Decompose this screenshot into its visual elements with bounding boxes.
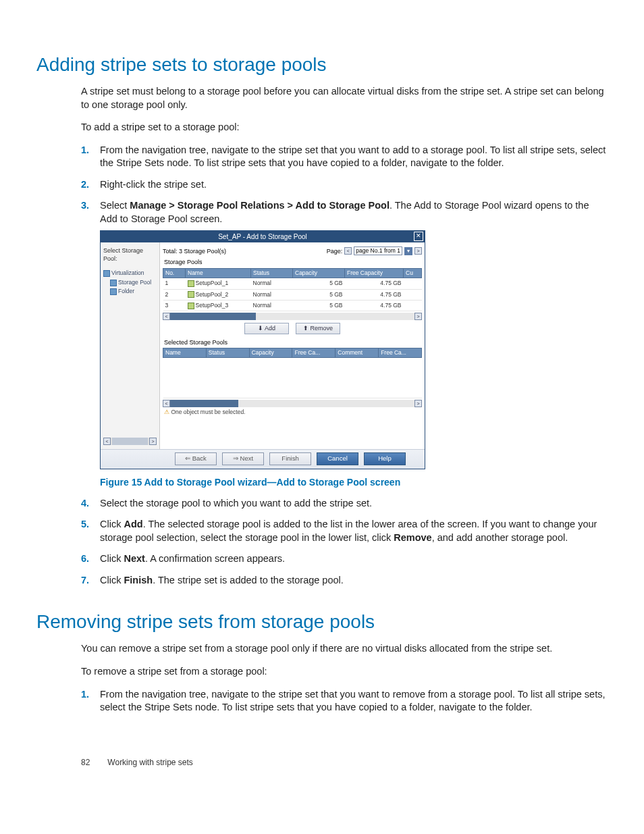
dropdown-icon[interactable]: ▾ <box>404 247 412 255</box>
page-next-icon[interactable]: > <box>414 247 422 255</box>
col2-free2[interactable]: Free Ca... <box>379 348 422 357</box>
table-row[interactable]: 2 SetupPool_2 Normal 5 GB 4.75 GB <box>163 289 422 300</box>
remove-button[interactable]: ⬆ Remove <box>296 323 340 334</box>
pool-icon <box>188 303 194 309</box>
back-button[interactable]: ⇐ Back <box>175 452 217 465</box>
step3-head: Select <box>100 200 130 211</box>
step-7: Click Finish. The stripe set is added to… <box>100 574 608 588</box>
scroll-left-icon[interactable]: < <box>163 313 170 320</box>
step3-bold: Manage > Storage Pool Relations > Add to… <box>130 200 390 211</box>
pool-icon <box>188 291 194 298</box>
scroll-left-icon[interactable]: < <box>103 438 111 445</box>
pager: Page: < page No.1 from 1 ▾ > <box>327 246 422 255</box>
steps-removing: From the navigation tree, navigate to th… <box>81 688 608 714</box>
step-2: Right-click the stripe set. <box>100 178 608 192</box>
step-4: Select the storage pool to which you wan… <box>100 497 608 511</box>
scroll-right-icon[interactable]: > <box>414 313 422 320</box>
pool-icon <box>188 280 194 287</box>
page-prev-icon[interactable]: < <box>344 247 352 255</box>
table2-label: Selected Storage Pools <box>164 338 422 346</box>
table1-scrollbar[interactable]: < > <box>163 313 422 320</box>
pool-total: Total: 3 Storage Pool(s) <box>163 247 226 255</box>
storage-pools-table: No. Name Status Capacity Free Capacity C… <box>163 268 422 312</box>
wizard-titlebar: Set_AP - Add to Storage Pool ✕ <box>101 231 425 243</box>
table-row[interactable]: 3 SetupPool_3 Normal 5 GB 4.75 GB <box>163 301 422 311</box>
chapter-title: Working with stripe sets <box>107 758 193 767</box>
table1-label: Storage Pools <box>164 258 422 266</box>
col-no[interactable]: No. <box>163 268 186 278</box>
step-1: From the navigation tree, navigate to th… <box>100 144 608 170</box>
step-3: Select Manage > Storage Pool Relations >… <box>100 199 608 488</box>
col2-comment[interactable]: Comment <box>336 348 379 357</box>
col2-name[interactable]: Name <box>163 348 207 357</box>
selected-pools-table: Name Status Capacity Free Ca... Comment … <box>163 348 422 398</box>
page-select[interactable]: page No.1 from 1 <box>354 246 402 255</box>
col-cu[interactable]: Cu <box>404 268 422 278</box>
wizard-footer: ⇐ Back ⇒ Next Finish Cancel Help <box>101 449 425 469</box>
warning-message: One object must be selected. <box>163 407 422 419</box>
table2-scrollbar[interactable]: < > <box>163 400 422 407</box>
add-button[interactable]: ⬇ Add <box>244 323 289 334</box>
left-header: Select Storage Pool: <box>103 246 157 263</box>
tree-icon <box>110 288 117 295</box>
para-remove1: You can remove a stripe set from a stora… <box>81 642 608 656</box>
steps-adding: From the navigation tree, navigate to th… <box>81 144 608 588</box>
tree-virtualization[interactable]: Virtualization <box>103 269 157 277</box>
page-label: Page: <box>327 247 343 255</box>
next-button[interactable]: ⇒ Next <box>222 452 264 465</box>
tree-icon <box>103 270 110 277</box>
heading-adding: Adding stripe sets to storage pools <box>36 54 608 76</box>
col-cap[interactable]: Capacity <box>293 268 345 278</box>
help-button[interactable]: Help <box>364 452 406 465</box>
col2-cap[interactable]: Capacity <box>249 348 292 357</box>
left-scrollbar[interactable]: < > <box>103 438 157 445</box>
step-r1: From the navigation tree, navigate to th… <box>100 688 608 714</box>
page-footer: 82 Working with stripe sets <box>36 758 608 767</box>
step-5: Click Add. The selected storage pool is … <box>100 518 608 544</box>
para-intro2: To add a stripe set to a storage pool: <box>81 121 608 134</box>
tree-storage-pool[interactable]: Storage Pool <box>103 279 157 286</box>
scroll-right-icon[interactable]: > <box>414 400 422 407</box>
heading-removing: Removing stripe sets from storage pools <box>36 611 608 633</box>
col2-status[interactable]: Status <box>206 348 249 357</box>
para-remove2: To remove a stripe set from a storage po… <box>81 665 608 679</box>
wizard-left-pane: Select Storage Pool: Virtualization Stor… <box>101 242 160 449</box>
col-free[interactable]: Free Capacity <box>345 268 404 278</box>
cancel-button[interactable]: Cancel <box>317 452 358 465</box>
wizard-title: Set_AP - Add to Storage Pool <box>218 233 307 240</box>
table-row[interactable]: 1 SetupPool_1 Normal 5 GB 4.75 GB <box>163 278 422 289</box>
para-intro1: A stripe set must belong to a storage po… <box>81 85 608 111</box>
col-status[interactable]: Status <box>251 268 293 278</box>
wizard-right-pane: Total: 3 Storage Pool(s) Page: < page No… <box>160 242 425 449</box>
step-6: Click Next. A confirmation screen appear… <box>100 552 608 566</box>
col2-free[interactable]: Free Ca... <box>292 348 336 357</box>
page-number: 82 <box>81 758 105 767</box>
wizard-dialog: Set_AP - Add to Storage Pool ✕ Select St… <box>100 230 425 469</box>
tree-icon <box>110 280 117 286</box>
tree-folder[interactable]: Folder <box>103 288 157 295</box>
finish-button[interactable]: Finish <box>269 452 311 465</box>
figure-caption: Figure 15 Add to Storage Pool wizard—Add… <box>100 476 608 489</box>
col-name[interactable]: Name <box>186 268 251 278</box>
close-icon[interactable]: ✕ <box>414 232 423 241</box>
table-row <box>163 358 422 398</box>
scroll-right-icon[interactable]: > <box>149 438 157 445</box>
scroll-left-icon[interactable]: < <box>163 400 170 407</box>
